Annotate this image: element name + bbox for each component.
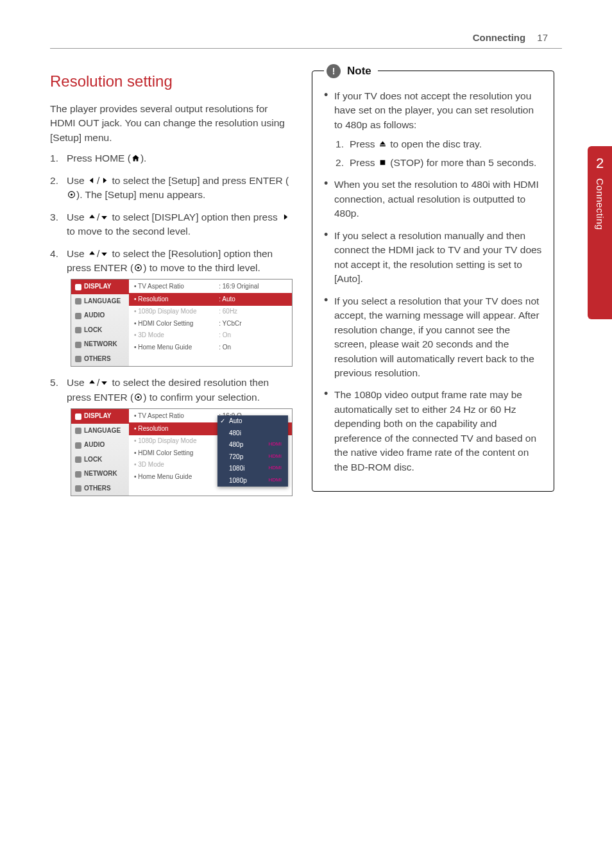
- step-3: Use / to select [DISPLAY] option then pr…: [50, 210, 293, 239]
- menu-categories: DISPLAY LANGUAGE AUDIO LOCK NETWORK OTHE…: [71, 409, 129, 496]
- note-badge-icon: !: [327, 64, 341, 78]
- dropdown-option: 720pHDMI: [217, 451, 288, 463]
- dropdown-option: 480i: [217, 428, 288, 440]
- menu-item-language: LANGUAGE: [71, 424, 129, 438]
- resolution-dropdown: Auto 480i 480pHDMI 720pHDMI 1080iHDMI 10…: [217, 415, 288, 487]
- note-bullet: The 1080p video output frame rate may be…: [323, 388, 543, 474]
- note-bullet: When you set the resolution to 480i with…: [323, 178, 543, 221]
- menu-row: Home Menu Guide: On: [129, 342, 292, 354]
- menu-row: HDMI Color Setting: YCbCr: [129, 318, 292, 330]
- note-bullet: If you select a resolution manually and …: [323, 229, 543, 287]
- down-arrow-icon: [99, 249, 109, 258]
- menu-options: TV Aspect Ratio: 16:9 Original Resolutio…: [129, 280, 292, 366]
- content-columns: Resolution setting The player provides s…: [50, 64, 554, 505]
- menu-item-others: OTHERS: [71, 352, 129, 367]
- steps-list: Press HOME (). Use / to select the [Setu…: [50, 151, 293, 496]
- svg-point-5: [137, 396, 139, 398]
- left-column: Resolution setting The player provides s…: [50, 64, 293, 505]
- note-bullet: If you select a resolution that your TV …: [323, 294, 543, 381]
- note-inner-steps: Press to open the disc tray. Press (STOP…: [334, 137, 543, 170]
- menu-options: TV Aspect Ratio: 16:9 O Resolution: Auto…: [129, 409, 292, 496]
- enter-icon: [133, 393, 143, 401]
- right-arrow-icon: [280, 213, 290, 221]
- menu-row-highlighted: Resolution: Auto: [129, 293, 292, 306]
- menu-item-network: NETWORK: [71, 467, 129, 481]
- menu-item-audio: AUDIO: [71, 438, 129, 453]
- header-section: Connecting: [473, 32, 526, 43]
- header-page-number: 17: [537, 32, 548, 43]
- chapter-number: 2: [596, 155, 604, 172]
- svg-point-3: [137, 267, 139, 269]
- chapter-label: Connecting: [595, 178, 606, 230]
- page-header: Connecting 17: [473, 32, 548, 43]
- chapter-tab: 2 Connecting: [588, 146, 612, 319]
- up-arrow-icon: [87, 249, 97, 258]
- menu-row: 1080p Display Mode: 60Hz: [129, 306, 292, 318]
- right-arrow-icon: [99, 176, 109, 185]
- menu-item-display: DISPLAY: [71, 409, 129, 424]
- section-heading: Resolution setting: [50, 71, 293, 93]
- dropdown-option: Auto: [217, 415, 288, 428]
- setup-menu-screenshot-2: DISPLAY LANGUAGE AUDIO LOCK NETWORK OTHE…: [71, 408, 293, 496]
- down-arrow-icon: [99, 378, 109, 387]
- menu-categories: DISPLAY LANGUAGE AUDIO LOCK NETWORK OTHE…: [71, 280, 129, 366]
- home-icon: [131, 154, 140, 162]
- note-header: ! Note: [324, 63, 378, 79]
- enter-icon: [67, 190, 76, 199]
- dropdown-option: 480pHDMI: [217, 439, 288, 451]
- up-arrow-icon: [87, 213, 97, 221]
- stop-icon: [378, 158, 387, 167]
- step-4: Use / to select the [Resolution] option …: [50, 247, 293, 367]
- menu-row: TV Aspect Ratio: 16:9 Original: [129, 281, 292, 293]
- setup-menu-screenshot-1: DISPLAY LANGUAGE AUDIO LOCK NETWORK OTHE…: [71, 279, 293, 367]
- up-arrow-icon: [87, 378, 97, 387]
- svg-rect-7: [380, 160, 386, 165]
- menu-item-audio: AUDIO: [71, 308, 129, 323]
- dropdown-option: 1080pHDMI: [217, 475, 288, 487]
- note-bullet-list: If your TV does not accept the resolutio…: [323, 89, 543, 474]
- note-inner-step: Press to open the disc tray.: [334, 137, 543, 151]
- svg-rect-6: [380, 146, 386, 147]
- enter-icon: [133, 263, 143, 272]
- note-box: ! Note If your TV does not accept the re…: [312, 71, 554, 492]
- step-5: Use / to select the desired resolution t…: [50, 376, 293, 496]
- note-inner-step: Press (STOP) for more than 5 seconds.: [334, 156, 543, 170]
- down-arrow-icon: [99, 213, 109, 221]
- menu-item-others: OTHERS: [71, 481, 129, 496]
- dropdown-option: 1080iHDMI: [217, 463, 288, 475]
- step-1: Press HOME ().: [50, 151, 293, 165]
- left-arrow-icon: [87, 176, 97, 185]
- menu-item-lock: LOCK: [71, 323, 129, 338]
- menu-item-display: DISPLAY: [71, 280, 129, 294]
- menu-item-lock: LOCK: [71, 453, 129, 467]
- menu-item-network: NETWORK: [71, 337, 129, 352]
- right-column: ! Note If your TV does not accept the re…: [312, 64, 554, 505]
- menu-item-language: LANGUAGE: [71, 294, 129, 309]
- note-bullet: If your TV does not accept the resolutio…: [323, 89, 543, 170]
- note-title: Note: [347, 63, 371, 79]
- svg-point-1: [71, 194, 72, 196]
- step-2: Use / to select the [Setup] and press EN…: [50, 174, 293, 203]
- eject-icon: [378, 140, 387, 148]
- menu-row: 3D Mode: On: [129, 330, 292, 342]
- header-rule: [50, 48, 562, 49]
- intro-text: The player provides several output resol…: [50, 102, 293, 145]
